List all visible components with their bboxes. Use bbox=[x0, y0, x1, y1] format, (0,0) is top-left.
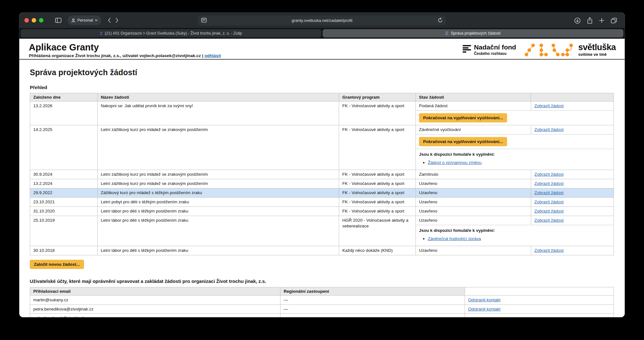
user-region: — bbox=[280, 296, 465, 305]
user-email: vojtech.polasek@zivotjinak.cz bbox=[30, 314, 280, 317]
url-text: granty.svetluska.net/zadatel/profil bbox=[292, 18, 352, 23]
application-date: 25.10.2019 bbox=[30, 216, 98, 246]
view-application-link[interactable]: Zobrazit žádost bbox=[534, 199, 564, 204]
continue-accounting-button[interactable]: Pokračovat na vyplňování vyúčtování... bbox=[419, 113, 507, 122]
application-row: 29.9.2022Zážitkový kurz pro mládež s těž… bbox=[30, 188, 614, 198]
tab-sprava-zadosti[interactable]: Správa projektových žádostí bbox=[323, 29, 623, 37]
application-date: 30.10.2018 bbox=[30, 246, 98, 255]
traffic-lights bbox=[24, 18, 43, 23]
application-row: 23.10.2021Letní pobyt pro děti s těžkým … bbox=[30, 198, 614, 207]
site-settings-icon[interactable] bbox=[201, 18, 207, 23]
view-application-link[interactable]: Zobrazit žádost bbox=[534, 218, 564, 223]
header-logos: Nadační fond Českého rozhlasu bbox=[463, 42, 616, 58]
user-row: vojtech.polasek@zivotjinak.cz— bbox=[30, 314, 614, 317]
view-application-link[interactable]: Zobrazit žádost bbox=[534, 103, 564, 108]
application-program: FK - Volnočasové aktivity a sport bbox=[339, 101, 416, 125]
site-header: Aplikace Granty Přihlášená organizace Ži… bbox=[19, 39, 625, 60]
form-link[interactable]: Závěrečná hodnotící zpráva bbox=[428, 236, 481, 241]
tab-zulip-label: (21) #01 Organizacni > Grant Svetluska (… bbox=[105, 31, 242, 36]
view-application-link[interactable]: Zobrazit žádost bbox=[534, 181, 564, 186]
col-header-remove bbox=[465, 287, 614, 296]
profile-label: Personal bbox=[77, 18, 93, 23]
sidebar-icon bbox=[55, 18, 61, 23]
application-name: Letní zážitkový kurz pro mládež se zrako… bbox=[98, 125, 339, 170]
application-name: Letní pobyt pro děti s těžkým postižením… bbox=[98, 198, 339, 207]
tab-active-label: Správa projektových žádostí bbox=[451, 31, 500, 36]
application-name: Zážitkový kurz pro mládež s těžkým posti… bbox=[98, 188, 339, 198]
page-title: Správa projektových žádostí bbox=[30, 68, 614, 77]
application-date: 31.10.2020 bbox=[30, 207, 98, 216]
view-application-link[interactable]: Zobrazit žádost bbox=[534, 172, 564, 177]
application-status-cell: UzavřenoZobrazit žádostJsou k dispozici … bbox=[416, 216, 614, 246]
main-content: Správa projektových žádostí Přehled Zalo… bbox=[19, 60, 625, 317]
view-application-link[interactable]: Zobrazit žádost bbox=[534, 248, 564, 253]
reload-button[interactable] bbox=[438, 18, 443, 23]
chevron-down-icon bbox=[95, 19, 98, 21]
user-row: martin@sukany.cz—Odstranit kontakt bbox=[30, 296, 614, 305]
forms-list: Závěrečná hodnotící zpráva bbox=[428, 235, 610, 242]
users-table: Přihlašovací email Regionální zastoupení… bbox=[30, 287, 614, 317]
application-row: 31.10.2020Letní tábor pro děti s těžkým … bbox=[30, 207, 614, 216]
application-status: Uzavřeno bbox=[416, 198, 531, 206]
tab-zulip[interactable]: Z (21) #01 Organizacni > Grant Svetluska… bbox=[21, 29, 321, 37]
application-date: 14.2.2025 bbox=[30, 125, 98, 170]
user-actions: Odstranit kontakt bbox=[465, 304, 614, 314]
application-status: Uzavřeno bbox=[416, 216, 531, 225]
col-header-status: Stav žádosti bbox=[416, 93, 531, 101]
nadacni-fond-title: Nadační fond bbox=[474, 44, 516, 50]
view-application-link[interactable]: Zobrazit žádost bbox=[534, 127, 564, 132]
col-header-date: Založeno dne bbox=[30, 93, 98, 101]
nadacni-fond-subtitle: Českého rozhlasu bbox=[474, 51, 516, 56]
application-program: FK - Volnočasové aktivity a sport bbox=[339, 188, 416, 198]
back-button[interactable] bbox=[108, 18, 111, 23]
application-row: 25.10.2019Letní tábor pro děti s těžkým … bbox=[30, 216, 614, 246]
application-name: Letní zážitkový kurz pro mládež se zrako… bbox=[98, 170, 339, 179]
application-status-cell: Podaná žádostZobrazit žádostPokračovat n… bbox=[416, 101, 614, 125]
zoom-window-button[interactable] bbox=[39, 18, 43, 23]
downloads-button[interactable] bbox=[574, 17, 581, 24]
applications-table-body: 13.2.2026Nakopni se: Jak udělat prvník k… bbox=[30, 101, 614, 255]
svetluska-dots-icon bbox=[524, 42, 574, 58]
application-status-cell: UzavřenoZobrazit žádost bbox=[416, 246, 614, 255]
view-application-link[interactable]: Zobrazit žádost bbox=[534, 209, 564, 213]
share-button[interactable] bbox=[587, 17, 593, 24]
application-program: FK - Volnočasové aktivity a sport bbox=[339, 179, 416, 188]
create-new-application-button[interactable]: Založit novou žádost... bbox=[30, 260, 84, 269]
applications-table-header: Založeno dne Název žádosti Grantový prog… bbox=[30, 93, 614, 101]
forward-button[interactable] bbox=[115, 18, 119, 23]
view-application-link[interactable]: Zobrazit žádost bbox=[534, 190, 564, 195]
application-status-cell: ZamítnutoZobrazit žádost bbox=[416, 170, 614, 179]
users-heading: Uživatelské účty, které mají oprávnění u… bbox=[30, 278, 614, 284]
application-status: Uzavřeno bbox=[416, 246, 531, 255]
application-status-cell: UzavřenoZobrazit žádost bbox=[416, 188, 614, 198]
close-window-button[interactable] bbox=[24, 18, 29, 23]
address-bar[interactable]: granty.svetluska.net/zadatel/profil bbox=[198, 16, 446, 25]
svetluska-title: světluška bbox=[578, 43, 616, 52]
continue-accounting-button[interactable]: Pokračovat na vyplňování vyúčtování... bbox=[419, 137, 507, 146]
application-program: FK - Volnočasové aktivity a sport bbox=[339, 198, 416, 207]
profile-menu-button[interactable]: Personal bbox=[68, 16, 101, 25]
new-tab-button[interactable] bbox=[599, 18, 604, 23]
remove-contact-link[interactable]: Odstranit kontakt bbox=[468, 298, 500, 302]
col-header-name: Název žádosti bbox=[98, 93, 339, 101]
overview-heading: Přehled bbox=[30, 85, 614, 90]
minimize-window-button[interactable] bbox=[32, 18, 36, 23]
sidebar-toggle-button[interactable] bbox=[53, 16, 64, 25]
col-header-program: Grantový program bbox=[339, 93, 416, 101]
users-table-header: Přihlašovací email Regionální zastoupení bbox=[30, 287, 614, 296]
remove-contact-link[interactable]: Odstranit kontakt bbox=[468, 307, 500, 311]
application-date: 13.2.2024 bbox=[30, 179, 98, 188]
person-icon bbox=[71, 18, 75, 23]
application-status: Závěrečné vyúčtování bbox=[416, 125, 531, 134]
application-status: Podaná žádost bbox=[416, 101, 531, 110]
application-status: Zamítnuto bbox=[416, 170, 531, 179]
forms-available-label: Jsou k dispozici fomuláře k vyplnění: bbox=[419, 152, 610, 157]
application-program: FK - Volnočasové aktivity a sport bbox=[339, 170, 416, 179]
application-name: Letní tábor pro děti s těžkým postižením… bbox=[98, 207, 339, 216]
application-status: Uzavřeno bbox=[416, 207, 531, 216]
tab-overview-button[interactable] bbox=[611, 18, 617, 23]
application-date: 29.9.2022 bbox=[30, 188, 98, 198]
form-link[interactable]: Žádost o významnou změnu bbox=[428, 160, 482, 165]
bars-favicon-icon bbox=[445, 32, 448, 35]
logout-link[interactable]: odhlásit bbox=[204, 53, 221, 58]
